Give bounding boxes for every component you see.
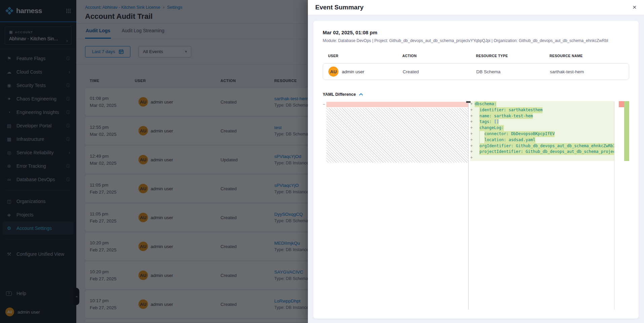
yaml-key: orgIdentifier: (479, 144, 513, 148)
event-summary-drawer: Event Summary ✕ Mar 02, 2025, 01:08 pm M… (308, 0, 644, 323)
diff-added-marker: + (470, 101, 475, 107)
yaml-key: dbschema: (475, 102, 496, 106)
yaml-value: DbDevopsoBKpcpIfEV (511, 131, 555, 136)
event-resource-type: DB Schema (476, 69, 550, 74)
event-card: Mar 02, 2025, 01:08 pm Module: Database … (313, 21, 639, 319)
diff-added-line: + orgIdentifier: Github_db_devops_aut_db… (470, 143, 614, 149)
overview-ruler-removed (619, 101, 624, 107)
diff-added-line: + changeLog: (470, 125, 614, 131)
yaml-value: asdsad.yaml (509, 137, 535, 142)
diff-right-pane: +dbschema:+ identifier: sarthaktesthem+ … (470, 101, 614, 310)
yaml-value: Github_db_devops_aut_db_schema_ehnkcZwRb… (516, 144, 614, 148)
diff-added-marker: + (470, 155, 475, 161)
yaml-difference-label: YAML Difference (323, 92, 356, 97)
diff-added-marker: + (470, 119, 475, 125)
drawer-title: Event Summary (315, 4, 364, 11)
diff-added-marker: + (470, 137, 475, 143)
yaml-key: projectIdentifier: (479, 149, 523, 154)
drawer-header: Event Summary ✕ (308, 0, 644, 15)
yaml-key: name: (479, 114, 491, 118)
event-meta: Module: Database DevOps | Project: Githu… (323, 38, 629, 43)
diff-added-marker: + (470, 149, 475, 155)
diff-added-marker: + (470, 125, 475, 131)
diff-code: dbschema: (475, 101, 496, 107)
diff-removed-line (326, 102, 468, 107)
diff-added-marker: + (470, 131, 475, 137)
drawer-body: Mar 02, 2025, 01:08 pm Module: Database … (308, 15, 644, 323)
column-header: RESOURCE TYPE (476, 54, 550, 58)
event-table-row: AU admin user Created DB Schema sarthak-… (323, 63, 629, 80)
diff-added-lines: +dbschema:+ identifier: sarthaktesthem+ … (470, 101, 614, 161)
diff-code: tags: [] (479, 119, 499, 125)
chevron-up-icon (359, 93, 363, 96)
yaml-value: Github_db_devops_aut_db_schema_projectvY… (526, 149, 614, 154)
diff-added-line: + name: sarthak-test-hem (470, 113, 614, 119)
diff-added-line: + location: asdsad.yaml (470, 137, 614, 143)
diff-added-line: + projectIdentifier: Github_db_devops_au… (470, 149, 614, 155)
overview-ruler-added (624, 101, 629, 161)
yaml-difference-toggle[interactable]: YAML Difference (323, 92, 629, 97)
diff-code: projectIdentifier: Github_db_devops_aut_… (479, 149, 614, 155)
yaml-key: identifier: (479, 108, 506, 112)
diff-code: connector: DbDevopsoBKpcpIfEV (484, 131, 555, 137)
diff-code: name: sarthak-test-hem (479, 113, 533, 119)
diff-code: location: asdsad.yaml (484, 137, 535, 143)
diff-code: identifier: sarthaktesthem (479, 107, 542, 113)
diff-code: changeLog: (479, 125, 504, 131)
diff-added-line: +dbschema: (470, 101, 614, 107)
event-table-header: USERACTIONRESOURCE TYPERESOURCE NAME (323, 54, 629, 58)
yaml-diff: − +dbschema:+ identifier: sarthaktesthem… (323, 101, 629, 310)
event-resource-name: sarthak-test-hem (550, 69, 629, 74)
column-header: ACTION (402, 54, 476, 58)
diff-added-marker: + (470, 107, 475, 113)
diff-removed-marker: − (323, 101, 326, 107)
diff-added-line: + (470, 155, 614, 161)
yaml-key: tags: (479, 119, 491, 124)
yaml-key: changeLog: (479, 125, 504, 130)
yaml-key: location: (484, 137, 506, 142)
diff-added-line: + connector: DbDevopsoBKpcpIfEV (470, 131, 614, 137)
yaml-value: sarthak-test-hem (494, 114, 533, 118)
yaml-value: [] (494, 119, 499, 124)
diff-left-pane (326, 101, 468, 310)
diff-scroll-marker (466, 101, 471, 103)
column-header: USER (328, 54, 402, 58)
avatar: AU (328, 67, 338, 77)
event-user: admin user (342, 69, 364, 74)
diff-added-marker: + (470, 143, 475, 149)
indent-guide (479, 131, 480, 143)
diff-added-line: + tags: [] (470, 119, 614, 125)
diff-added-marker: + (470, 113, 475, 119)
event-table: USERACTIONRESOURCE TYPERESOURCE NAME AU … (323, 54, 629, 80)
yaml-key: connector: (484, 131, 509, 136)
diff-right-edge (614, 101, 614, 310)
diff-divider (468, 101, 469, 310)
diff-code: orgIdentifier: Github_db_devops_aut_db_s… (479, 143, 614, 149)
diff-empty-hatch (326, 108, 468, 163)
event-action: Created (403, 69, 476, 74)
column-header: RESOURCE NAME (550, 54, 629, 58)
close-icon[interactable]: ✕ (632, 4, 637, 10)
yaml-value: sarthaktesthem (509, 108, 542, 112)
event-datetime: Mar 02, 2025, 01:08 pm (323, 30, 629, 35)
diff-added-line: + identifier: sarthaktesthem (470, 107, 614, 113)
